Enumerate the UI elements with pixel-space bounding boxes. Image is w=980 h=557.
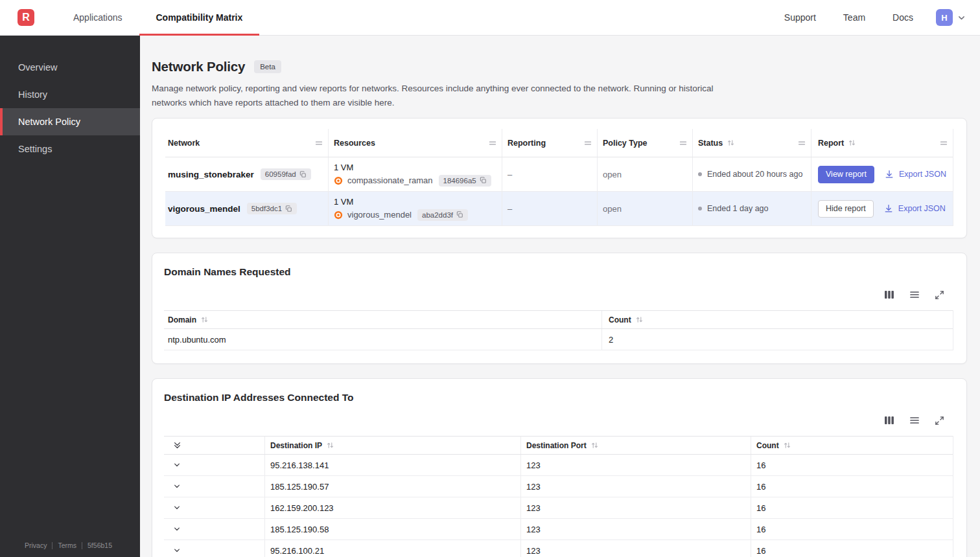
app-logo[interactable]: R [18,9,34,26]
column-header-network[interactable]: Network [165,129,329,157]
column-header-count[interactable]: Count [751,437,953,454]
destination-ip-cell: 185.125.190.57 [265,476,521,497]
sort-icon[interactable] [201,316,208,323]
domain-row[interactable]: ntp.ubuntu.com 2 [164,329,953,350]
view-report-button[interactable]: View report [818,166,874,183]
rows-icon[interactable] [909,415,920,426]
row-expand-icon[interactable] [173,504,181,512]
topbar-right: Support Team Docs H [771,9,980,26]
rows-icon[interactable] [909,290,920,300]
destination-ips-card: Destination IP Addresses Connected To De… [152,378,967,557]
network-cell: vigorous_mendel 5bdf3dc1 [165,192,329,225]
column-menu-icon[interactable] [489,139,496,147]
network-row[interactable]: musing_stonebraker 60959fad 1 VM compass… [165,157,953,192]
sort-icon[interactable] [848,139,856,146]
row-expand-icon[interactable] [173,483,181,490]
link-support[interactable]: Support [771,12,830,23]
ip-value: 185.125.190.57 [270,482,329,492]
user-menu[interactable]: H [936,9,966,26]
column-header-destination-ip[interactable]: Destination IP [265,437,521,454]
nav-compatibility-matrix[interactable]: Compatibility Matrix [139,0,260,35]
copy-icon[interactable] [299,171,307,178]
resource-id-badge: 184696a5 [439,175,491,187]
column-menu-icon[interactable] [584,139,592,147]
destination-port-cell: 123 [521,455,751,475]
column-header-resources[interactable]: Resources [329,129,502,157]
sidebar-item-history[interactable]: History [0,81,140,108]
resource-icon [334,210,343,220]
status-dot [698,207,702,210]
column-header-policy-type[interactable]: Policy Type [598,129,693,157]
column-header-reporting[interactable]: Reporting [502,129,598,157]
domain-cell: ntp.ubuntu.com [164,329,602,350]
domain-value: ntp.ubuntu.com [168,335,226,345]
row-expand-icon[interactable] [173,547,181,554]
download-icon [885,170,894,179]
column-menu-icon[interactable] [315,139,323,147]
expand-all-icon[interactable] [173,441,181,449]
column-label: Resources [334,139,375,148]
sort-icon[interactable] [636,316,643,323]
sort-icon[interactable] [327,442,334,449]
network-name: vigorous_mendel [168,204,240,214]
logo-letter: R [22,12,30,23]
copy-icon[interactable] [480,177,487,184]
sort-icon[interactable] [591,442,598,449]
ip-value: 95.216.138.141 [270,460,329,470]
column-label: Policy Type [603,139,648,148]
sidebar-item-label: Network Policy [18,117,80,127]
column-header-destination-port[interactable]: Destination Port [521,437,751,454]
sidebar-item-settings[interactable]: Settings [0,135,140,163]
column-header-domain[interactable]: Domain [164,311,602,328]
destination-row[interactable]: 185.125.190.57 123 16 [164,476,953,497]
column-menu-icon[interactable] [679,139,687,147]
destination-row[interactable]: 95.216.100.21 123 16 [164,540,953,557]
networks-card: Network Resources Reporting Policy Type … [152,118,967,238]
column-menu-icon[interactable] [798,139,806,147]
nav-applications[interactable]: Applications [56,0,139,35]
reporting-value: – [508,170,512,179]
link-team[interactable]: Team [830,12,879,23]
columns-icon[interactable] [884,415,894,426]
link-docs[interactable]: Docs [879,12,927,23]
resource-entry: compassionate_raman 184696a5 [334,175,491,187]
resources-cell: 1 VM vigorous_mendel aba2dd3f [329,192,502,225]
chevron-down-icon[interactable] [957,14,966,22]
terms-link[interactable]: Terms [58,541,76,549]
column-label: Count [756,441,779,450]
expand-icon[interactable] [935,290,944,300]
network-row[interactable]: vigorous_mendel 5bdf3dc1 1 VM vigorous_m… [165,192,953,226]
row-expand-icon[interactable] [173,525,181,533]
column-menu-icon[interactable] [940,139,948,147]
hide-report-button[interactable]: Hide report [818,200,874,218]
ip-value: 95.216.100.21 [270,546,324,556]
column-header-status[interactable]: Status [693,129,811,157]
privacy-link[interactable]: Privacy [25,541,47,549]
destination-row[interactable]: 95.216.138.141 123 16 [164,455,953,476]
export-json-link[interactable]: Export JSON [884,204,946,213]
destinations-table: Destination IP Destination Port Count 95… [164,436,953,557]
copy-icon[interactable] [285,205,292,212]
columns-icon[interactable] [884,290,894,300]
port-value: 123 [526,503,541,513]
destination-row[interactable]: 185.125.190.58 123 16 [164,519,953,540]
export-json-link[interactable]: Export JSON [885,170,946,179]
destination-row[interactable]: 162.159.200.123 123 16 [164,497,953,519]
count-value: 16 [756,460,765,470]
count-value: 16 [756,546,765,556]
sidebar-item-network-policy[interactable]: Network Policy [0,108,140,135]
row-expand-icon[interactable] [173,461,181,469]
expander-cell [164,519,265,540]
column-header-report[interactable]: Report [811,129,953,157]
policy-type-cell: open [598,192,693,225]
copy-icon[interactable] [456,211,463,218]
sidebar-item-overview[interactable]: Overview [0,54,140,81]
sort-icon[interactable] [784,442,791,449]
port-value: 123 [526,546,541,556]
reporting-cell: – [502,192,598,225]
column-header-count[interactable]: Count [602,311,953,328]
avatar[interactable]: H [936,9,953,26]
expand-icon[interactable] [935,416,944,426]
sort-icon[interactable] [727,139,734,146]
destination-port-cell: 123 [521,540,751,557]
